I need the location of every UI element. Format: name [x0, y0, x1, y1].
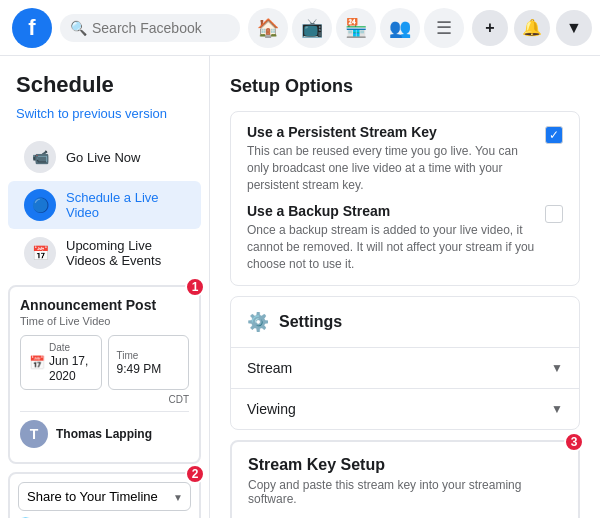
user-avatar: T — [20, 420, 48, 448]
nav-add-btn[interactable]: + — [472, 10, 508, 46]
user-name: Thomas Lapping — [56, 427, 152, 441]
time-value: 9:49 PM — [117, 362, 162, 376]
share-select[interactable]: Share to Your Timeline — [18, 482, 191, 511]
switch-version-link[interactable]: Switch to previous version — [0, 106, 209, 133]
search-icon: 🔍 — [70, 20, 87, 36]
stream-key-card: 3 Stream Key Setup Copy and paste this s… — [230, 440, 580, 518]
share-badge: 2 — [185, 464, 205, 484]
date-label: Date — [49, 342, 93, 353]
sidebar-item-upcoming[interactable]: 📅 Upcoming Live Videos & Events — [8, 229, 201, 277]
announcement-badge: 1 — [185, 277, 205, 297]
nav-video-btn[interactable]: 📺 — [292, 8, 332, 48]
sidebar-item-schedule[interactable]: 🔵 Schedule a Live Video — [8, 181, 201, 229]
calendar-icon: 📅 — [29, 355, 45, 370]
option-persistent-row: Use a Persistent Stream Key This can be … — [247, 124, 563, 193]
settings-title: Settings — [279, 313, 563, 331]
share-select-wrap: Share to Your Timeline — [18, 482, 191, 511]
left-sidebar: Schedule Switch to previous version 📹 Go… — [0, 56, 210, 518]
nav-menu-btn[interactable]: ☰ — [424, 8, 464, 48]
announcement-title: Announcement Post — [20, 297, 189, 313]
option-backup-label: Use a Backup Stream — [247, 203, 535, 219]
main-layout: Schedule Switch to previous version 📹 Go… — [0, 56, 600, 518]
option-persistent-desc: This can be reused every time you go liv… — [247, 143, 535, 193]
search-wrap: 🔍 — [60, 14, 240, 42]
time-content: Time 9:49 PM — [117, 350, 162, 376]
settings-header: ⚙️ Settings — [231, 297, 579, 347]
sidebar-item-go-live[interactable]: 📹 Go Live Now — [8, 133, 201, 181]
announcement-box: 1 Announcement Post Time of Live Video 📅… — [8, 285, 201, 464]
settings-stream-label: Stream — [247, 360, 551, 376]
nav-groups-btn[interactable]: 👥 — [380, 8, 420, 48]
settings-card: ⚙️ Settings Stream ▼ Viewing ▼ — [230, 296, 580, 430]
option-backup-row: Use a Backup Stream Once a backup stream… — [247, 203, 563, 272]
sidebar-title: Schedule — [0, 72, 209, 106]
time-box[interactable]: Time 9:49 PM — [108, 335, 190, 390]
go-live-icon: 📹 — [24, 141, 56, 173]
sidebar-item-go-live-label: Go Live Now — [66, 150, 140, 165]
share-box: 2 Share to Your Timeline 🌐 Public ▼ 😊 🎬 — [8, 472, 201, 518]
checkbox-backup[interactable] — [545, 205, 563, 223]
settings-viewing-row[interactable]: Viewing ▼ — [231, 388, 579, 429]
date-time-row: 📅 Date Jun 17, 2020 Time 9:49 PM — [20, 335, 189, 390]
viewing-chevron-icon: ▼ — [551, 402, 563, 416]
settings-viewing-label: Viewing — [247, 401, 551, 417]
date-value: Jun 17, 2020 — [49, 354, 88, 383]
facebook-logo[interactable]: f — [12, 8, 52, 48]
nav-account-btn[interactable]: ▼ — [556, 10, 592, 46]
search-input[interactable] — [60, 14, 240, 42]
setup-title: Setup Options — [230, 76, 580, 97]
schedule-icon: 🔵 — [24, 189, 56, 221]
stream-chevron-icon: ▼ — [551, 361, 563, 375]
date-content: Date Jun 17, 2020 — [49, 342, 93, 383]
time-label: Time — [117, 350, 162, 361]
option-backup-desc: Once a backup stream is added to your li… — [247, 222, 535, 272]
nav-right: + 🔔 ▼ — [472, 10, 592, 46]
option-persistent-text: Use a Persistent Stream Key This can be … — [247, 124, 535, 193]
settings-stream-row[interactable]: Stream ▼ — [231, 347, 579, 388]
sidebar-item-schedule-label: Schedule a Live Video — [66, 190, 185, 220]
gear-icon: ⚙️ — [247, 311, 269, 333]
timezone-label: CDT — [20, 394, 189, 405]
nav-home-btn[interactable]: 🏠 — [248, 8, 288, 48]
right-panel: Setup Options Use a Persistent Stream Ke… — [210, 56, 600, 518]
nav-marketplace-btn[interactable]: 🏪 — [336, 8, 376, 48]
top-nav: f 🔍 🏠 📺 🏪 👥 ☰ + 🔔 ▼ — [0, 0, 600, 56]
upcoming-icon: 📅 — [24, 237, 56, 269]
stream-key-title: Stream Key Setup — [248, 456, 562, 474]
sidebar-item-upcoming-label: Upcoming Live Videos & Events — [66, 238, 185, 268]
option-backup-text: Use a Backup Stream Once a backup stream… — [247, 203, 535, 272]
announcement-subtitle: Time of Live Video — [20, 315, 189, 327]
stream-key-desc: Copy and paste this stream key into your… — [248, 478, 562, 506]
setup-options-card: Use a Persistent Stream Key This can be … — [230, 111, 580, 286]
option-persistent-label: Use a Persistent Stream Key — [247, 124, 535, 140]
avatar-initials: T — [20, 420, 48, 448]
stream-key-badge: 3 — [564, 432, 584, 452]
date-box[interactable]: 📅 Date Jun 17, 2020 — [20, 335, 102, 390]
nav-notification-btn[interactable]: 🔔 — [514, 10, 550, 46]
checkbox-persistent[interactable]: ✓ — [545, 126, 563, 144]
nav-center: 🏠 📺 🏪 👥 ☰ — [248, 8, 464, 48]
user-row: T Thomas Lapping — [20, 411, 189, 452]
